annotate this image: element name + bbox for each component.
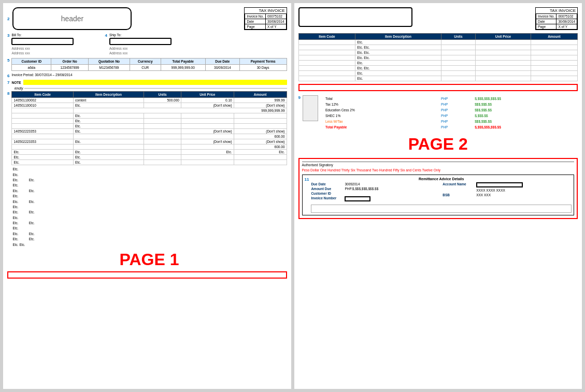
section-num-7: 7 <box>7 80 9 85</box>
tax-row: Tax 12% PHP $$$,$$$.$$ <box>324 102 577 107</box>
due-date-value: 30092014 <box>345 182 360 186</box>
bill-to-name-box <box>11 38 74 45</box>
table-row: Etc. Etc. <box>298 50 578 55</box>
item-units: 500.000 <box>144 98 181 103</box>
page-value: X of Y <box>265 24 286 30</box>
col-payment-terms: Payment Terms <box>239 59 287 65</box>
tax-label: Tax 12% <box>324 102 439 107</box>
page1-label: PAGE 1 <box>11 250 287 269</box>
table-row: 140501100010 Etc. (Don't show) (Don't sh… <box>12 103 287 108</box>
section-num-8: 8 <box>7 91 9 96</box>
item-desc: content <box>73 98 144 103</box>
item-units <box>144 129 181 134</box>
due-date-label: Due Date <box>311 182 345 186</box>
invoice-no-label: Invoice No. <box>245 14 266 19</box>
education-row: Education Cess 2% PHP $$$,$$$.$$ <box>324 108 577 112</box>
p2-date-value: 30/08/2014 <box>557 19 577 24</box>
item-code: Etc. <box>12 150 74 155</box>
item-amount <box>234 124 287 129</box>
note-box <box>23 80 287 85</box>
currency-cell: CUR <box>130 65 161 71</box>
section-num-2: 2 <box>7 17 9 21</box>
item-amount <box>234 155 287 160</box>
item-code: 140502223353 <box>12 139 74 144</box>
items2-col-code: Item Code <box>298 34 355 40</box>
item-desc: Etc. <box>73 103 144 108</box>
due-date-cell: 30/09/2014 <box>205 65 239 71</box>
customer-id-label: Customer ID <box>311 192 345 195</box>
item-desc: Etc. <box>73 150 144 155</box>
table-row: Etc. <box>298 76 578 81</box>
item-amount <box>234 113 287 119</box>
item-units <box>144 155 181 160</box>
total-value: $,$$$,$$$,$$$.$$ <box>474 96 577 101</box>
items2-col-desc: Item Description <box>355 34 441 40</box>
invoice-info-box-2: TAX INVOICE Invoice No. 00075102 Date 30… <box>535 7 578 30</box>
tax-invoice-title: TAX INVOICE <box>245 8 286 13</box>
item-units <box>144 103 181 108</box>
order-no-cell: 1234567899 <box>51 65 89 71</box>
item-code <box>12 124 74 129</box>
page-label: Page <box>245 24 266 30</box>
total-row: Total PHP $,$$$,$$$,$$$.$$ <box>324 96 577 101</box>
item-units <box>144 124 181 129</box>
item-desc: Etc. <box>73 119 144 124</box>
items-col-unit-price: Unit Price <box>181 92 234 98</box>
kindly-label: kindly <box>15 86 23 90</box>
table-row: 140501100002 content 500.000 0.10 999.99 <box>12 98 287 103</box>
peso-line: Peso Dollar One Hundred Thirty Six Thous… <box>302 168 575 172</box>
note-label: NOTE <box>11 81 21 84</box>
ship-to-address: Address xxx Address xxx <box>109 46 172 55</box>
p2-date-label: Date <box>536 19 557 24</box>
item-desc: Etc. <box>73 139 144 144</box>
bsb-value: XXX XXX <box>476 193 491 197</box>
item-code <box>12 119 74 124</box>
amount-due-label: Amount Due <box>311 187 345 191</box>
rem-row-amount-due: Amount Due PHP.$,$$$,$$$,$$$.$$ <box>311 187 440 191</box>
ship-to-block: Ship To: Address xxx Address xxx <box>109 33 172 55</box>
item-amount: 600.00 <box>234 144 287 150</box>
item-code <box>12 113 74 119</box>
item-code <box>12 144 74 150</box>
item-units <box>144 139 181 144</box>
total-payable-row: Total Payable PHP $,$$$,$$$,$$$.$$ <box>324 125 577 129</box>
items-col-units: Units <box>144 92 181 98</box>
table-row: Etc. <box>298 40 578 45</box>
section-num-4: 4 <box>105 33 107 38</box>
shec-label: SHEC 1% <box>324 113 439 118</box>
table-row: Etc. <box>12 124 287 129</box>
payment-terms-cell: 30 Days <box>239 65 287 71</box>
page2-header: TAX INVOICE Invoice No. 00075102 Date 30… <box>298 7 578 30</box>
item-units <box>144 113 181 119</box>
table-row: Etc. Etc. <box>298 45 578 50</box>
remittance-inner: 11 Remittance Advice Details Due Date 30… <box>302 175 575 215</box>
header-box: header <box>12 7 132 30</box>
item-amount: Etc. <box>234 150 287 155</box>
date-label: Date <box>245 19 266 24</box>
authorised-line: Authorised Signatory <box>302 162 575 167</box>
item-amount: (Don't show) <box>234 139 287 144</box>
bill-to-block: Bill To: Address xxx Address xxx <box>11 33 74 55</box>
items-col-desc: Item Description <box>73 92 144 98</box>
item-unit-price: 0.10 <box>181 98 234 103</box>
rem-row-invoice-number: Invoice Number <box>311 196 440 201</box>
tp-value: $,$$$,$$$,$$$.$$ <box>474 125 577 129</box>
table-row: Etc. Etc. <box>298 55 578 61</box>
less-php: PHP <box>440 119 473 124</box>
page-1: 2 header TAX INVOICE Invoice No. 0007510… <box>3 3 291 389</box>
invoice-no-value: 00075102 <box>265 14 286 19</box>
red-line-box <box>298 84 578 91</box>
item-amount: (Don't show) <box>234 129 287 134</box>
item-unit-price <box>181 124 234 129</box>
items-table: Item Code Item Description Units Unit Pr… <box>11 91 287 165</box>
edu-label: Education Cess 2% <box>324 108 439 112</box>
col-customer-id: Customer ID <box>12 59 51 65</box>
item-desc: Etc. <box>73 124 144 129</box>
quotation-no-cell: M123456789 <box>89 65 130 71</box>
item-desc: Etc. <box>73 155 144 160</box>
table-row: Etc. <box>12 113 287 119</box>
table-row: 600.00 <box>12 134 287 139</box>
footer-red-box <box>7 271 287 279</box>
col-due-date: Due Date <box>205 59 239 65</box>
tp-php: PHP <box>440 125 473 129</box>
